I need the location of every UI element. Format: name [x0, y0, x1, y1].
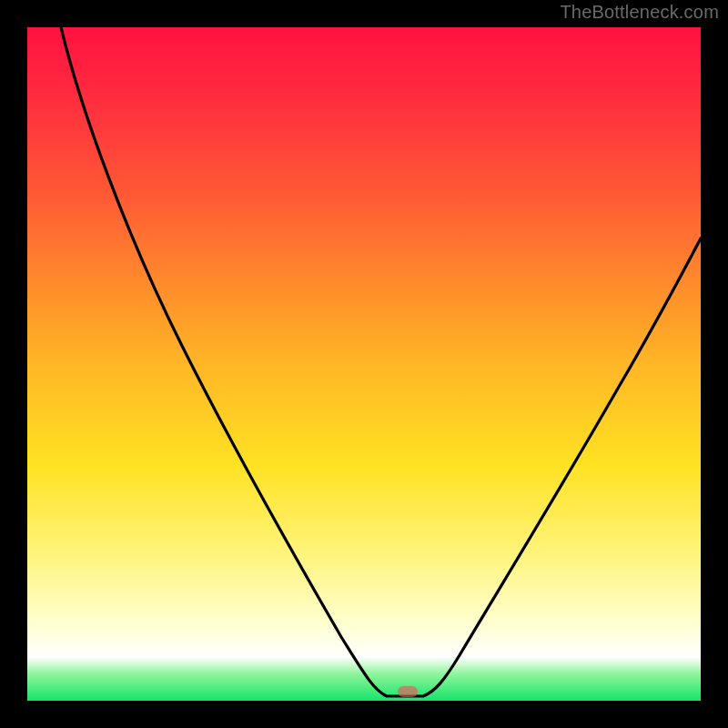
bottleneck-curve [27, 27, 701, 701]
chart-frame: TheBottleneck.com [0, 0, 728, 728]
optimal-marker [398, 686, 418, 697]
curve-path [61, 27, 701, 696]
attribution-label: TheBottleneck.com [560, 2, 719, 23]
plot-area [27, 27, 701, 701]
